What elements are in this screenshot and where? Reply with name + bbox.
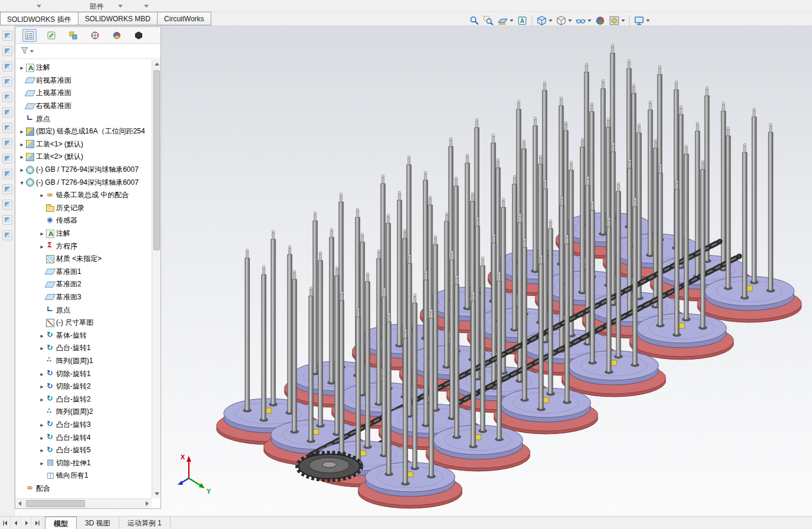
left-toolbar-icon[interactable] bbox=[2, 107, 12, 117]
zoom-area-button[interactable] bbox=[482, 14, 496, 28]
dropdown-caret-icon[interactable] bbox=[646, 19, 650, 22]
annotation-view-button[interactable]: A bbox=[515, 14, 529, 28]
edit-appearance-button[interactable] bbox=[593, 14, 607, 28]
left-toolbar-icon[interactable] bbox=[2, 138, 12, 148]
tree-item[interactable]: 上视基准面 bbox=[15, 87, 152, 100]
tree-horizontal-scrollbar[interactable] bbox=[15, 498, 152, 508]
dropdown-caret-icon[interactable] bbox=[568, 19, 572, 22]
tree-item[interactable]: ▸方程序 bbox=[15, 240, 152, 253]
cam-tab[interactable] bbox=[132, 29, 146, 42]
scroll-tabs-next-button[interactable] bbox=[21, 517, 32, 529]
left-toolbar-icon[interactable] bbox=[2, 46, 12, 56]
tree-item[interactable]: ▸(固定) 链条总成16A（工位间距254 bbox=[15, 125, 152, 138]
section-view-button[interactable] bbox=[496, 14, 515, 28]
tree-item[interactable]: 前视基准面 bbox=[15, 74, 152, 87]
left-toolbar-icon[interactable] bbox=[2, 215, 12, 225]
tree-item[interactable]: 基准面2 bbox=[15, 278, 152, 291]
collapse-icon[interactable]: ▾ bbox=[18, 177, 26, 189]
tree-vertical-scrollbar[interactable] bbox=[152, 60, 161, 498]
tree-item[interactable]: ▸切除-旋转1 bbox=[15, 367, 152, 380]
scroll-down-icon[interactable] bbox=[152, 489, 161, 498]
tree-item[interactable]: ▸工装<2> (默认) bbox=[15, 151, 152, 164]
menu-caret-icon[interactable] bbox=[118, 5, 123, 8]
tree-item[interactable]: 基准面1 bbox=[15, 266, 152, 279]
menu-caret-icon[interactable] bbox=[144, 5, 149, 8]
expand-icon[interactable]: ▸ bbox=[38, 380, 46, 393]
expand-icon[interactable]: ▸ bbox=[38, 227, 46, 240]
tree-item[interactable]: 原点 bbox=[15, 112, 152, 125]
menu-caret-icon[interactable] bbox=[37, 5, 41, 8]
tree-item[interactable]: ▾(-) GB / T276-94深沟球轴承6007 bbox=[15, 176, 152, 189]
tree-item[interactable]: ▸切除-拉伸1 bbox=[15, 456, 152, 469]
tree-item[interactable]: 基准面3 bbox=[15, 291, 152, 304]
tree-item[interactable]: ▸链条工装总成 中的配合 bbox=[15, 189, 152, 202]
expand-icon[interactable]: ▸ bbox=[38, 240, 46, 253]
tree-item[interactable]: 配合 bbox=[15, 482, 152, 495]
document-tab[interactable]: 模型 bbox=[45, 517, 77, 529]
left-toolbar-icon[interactable] bbox=[2, 230, 12, 240]
left-toolbar-icon[interactable] bbox=[2, 154, 12, 164]
expand-icon[interactable]: ▸ bbox=[18, 138, 26, 151]
left-toolbar-icon[interactable] bbox=[2, 200, 12, 210]
display-style-button[interactable] bbox=[554, 14, 574, 28]
tree-item[interactable]: 材质 <未指定> bbox=[15, 253, 152, 266]
propertymanager-tab[interactable] bbox=[44, 29, 58, 42]
scrollbar-thumb[interactable] bbox=[153, 70, 160, 250]
scroll-tabs-prev-button[interactable] bbox=[11, 517, 21, 529]
left-toolbar-icon[interactable] bbox=[2, 123, 12, 133]
tree-item[interactable]: ▸凸台-旋转1 bbox=[15, 342, 152, 355]
expand-icon[interactable]: ▸ bbox=[38, 457, 46, 469]
view-orientation-button[interactable] bbox=[535, 14, 554, 28]
view-settings-button[interactable] bbox=[632, 14, 651, 28]
tree-item[interactable]: 传感器 bbox=[15, 214, 152, 227]
menu-item-part[interactable]: 部件 bbox=[90, 2, 104, 12]
left-toolbar-icon[interactable] bbox=[2, 169, 12, 179]
document-tab[interactable]: 3D 视图 bbox=[77, 517, 119, 529]
left-toolbar-icon[interactable] bbox=[2, 61, 12, 71]
filter-funnel-icon[interactable] bbox=[20, 46, 29, 57]
expand-icon[interactable]: ▸ bbox=[38, 368, 46, 380]
expand-icon[interactable]: ▸ bbox=[38, 342, 46, 354]
left-toolbar-icon[interactable] bbox=[2, 92, 12, 102]
expand-icon[interactable]: ▸ bbox=[38, 419, 46, 431]
tree-item[interactable]: ▸工装<1> (默认) bbox=[15, 138, 152, 151]
expand-icon[interactable]: ▸ bbox=[18, 61, 26, 74]
tree-item[interactable]: ▸凸台-旋转4 bbox=[15, 431, 152, 444]
tree-item[interactable]: ▸注解 bbox=[15, 61, 152, 74]
expand-icon[interactable]: ▸ bbox=[18, 151, 26, 163]
hide-show-items-button[interactable] bbox=[574, 14, 593, 28]
tree-item[interactable]: 原点 bbox=[15, 303, 152, 316]
tree-item[interactable]: ▸(-) GB / T276-94深沟球轴承6007 bbox=[15, 164, 152, 177]
featuremanager-tree-tab[interactable] bbox=[22, 29, 37, 42]
scrollbar-thumb[interactable] bbox=[26, 500, 85, 507]
tree-item[interactable]: (-) 尺寸草图 bbox=[15, 316, 152, 329]
left-toolbar-icon[interactable] bbox=[2, 77, 12, 87]
tree-item[interactable]: 右视基准面 bbox=[15, 100, 152, 113]
zoom-fit-button[interactable] bbox=[467, 14, 482, 28]
expand-icon[interactable]: ▸ bbox=[38, 189, 46, 201]
dropdown-caret-icon[interactable] bbox=[510, 19, 513, 22]
scroll-tabs-last-button[interactable] bbox=[32, 517, 42, 529]
dropdown-caret-icon[interactable] bbox=[621, 19, 625, 22]
tree-item[interactable]: ▸凸台-旋转2 bbox=[15, 393, 152, 406]
addin-tab[interactable]: SOLIDWORKS 插件 bbox=[0, 12, 78, 25]
tree-item[interactable]: 镜向所有1 bbox=[15, 469, 152, 482]
scroll-up-icon[interactable] bbox=[152, 60, 161, 68]
scroll-right-icon[interactable] bbox=[143, 499, 152, 508]
expand-icon[interactable]: ▸ bbox=[18, 164, 26, 176]
left-toolbar-icon[interactable] bbox=[2, 31, 12, 41]
addin-tab[interactable]: CircuitWorks bbox=[158, 12, 211, 25]
expand-icon[interactable]: ▸ bbox=[18, 125, 26, 138]
dropdown-caret-icon[interactable] bbox=[549, 19, 552, 22]
tree-item[interactable]: 阵列(圆周)2 bbox=[15, 406, 152, 419]
addin-tab[interactable]: SOLIDWORKS MBD bbox=[78, 12, 158, 25]
tree-item[interactable]: 阵列(圆周)1 bbox=[15, 355, 152, 368]
tree-item[interactable]: 历史记录 bbox=[15, 202, 152, 215]
left-toolbar-icon[interactable] bbox=[2, 184, 12, 194]
scroll-tabs-first-button[interactable] bbox=[0, 517, 11, 529]
configurationmanager-tab[interactable] bbox=[66, 29, 80, 42]
expand-icon[interactable]: ▸ bbox=[38, 432, 46, 444]
scroll-left-icon[interactable] bbox=[15, 499, 24, 508]
tree-item[interactable]: ▸切除-旋转2 bbox=[15, 380, 152, 393]
tree-item[interactable]: ▸凸台-旋转3 bbox=[15, 419, 152, 432]
